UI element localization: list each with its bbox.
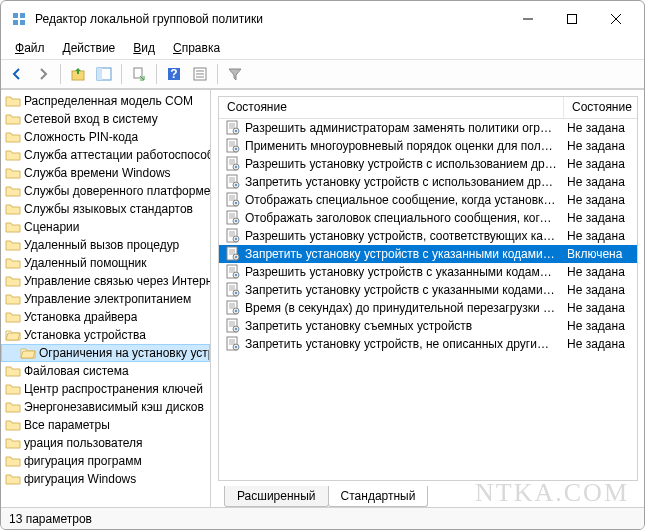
menu-help[interactable]: Справка	[165, 39, 228, 57]
list-row[interactable]: Разрешить установку устройств с указанны…	[219, 263, 637, 281]
tree-item[interactable]: Удаленный помощник	[1, 254, 210, 272]
svg-rect-47	[235, 202, 237, 204]
folder-icon	[5, 219, 21, 235]
policy-icon	[225, 264, 241, 280]
tree-item[interactable]: Управление электропитанием	[1, 290, 210, 308]
properties-button[interactable]	[188, 62, 212, 86]
column-name[interactable]: Состояние	[219, 97, 563, 118]
menubar: Файл Действие Вид Справка	[1, 37, 644, 59]
policy-icon	[225, 156, 241, 172]
tree-item[interactable]: Центр распространения ключей	[1, 380, 210, 398]
list-row[interactable]: Отображать заголовок специального сообще…	[219, 209, 637, 227]
tree-pane[interactable]: Распределенная модель COMСетевой вход в …	[1, 90, 211, 507]
tree-item[interactable]: Энергонезависимый кэш дисков	[1, 398, 210, 416]
folder-icon	[5, 417, 21, 433]
folder-icon	[5, 201, 21, 217]
tree-item[interactable]: Файловая система	[1, 362, 210, 380]
svg-rect-29	[235, 148, 237, 150]
tree-item[interactable]: Сетевой вход в систему	[1, 110, 210, 128]
help-button[interactable]: ?	[162, 62, 186, 86]
policy-state: Не задана	[563, 319, 637, 333]
folder-icon	[5, 363, 21, 379]
policy-state: Не задана	[563, 121, 637, 135]
menu-action[interactable]: Действие	[55, 39, 124, 57]
svg-rect-41	[235, 184, 237, 186]
tab-standard[interactable]: Стандартный	[328, 486, 429, 507]
svg-rect-2	[13, 20, 18, 25]
folder-icon	[5, 147, 21, 163]
policy-name: Запретить установку устройств, не описан…	[245, 337, 563, 351]
tree-item-label: Установка устройства	[24, 328, 146, 342]
minimize-button[interactable]	[506, 4, 550, 34]
back-button[interactable]	[5, 62, 29, 86]
menu-view[interactable]: Вид	[125, 39, 163, 57]
svg-rect-65	[235, 256, 237, 258]
tree-item[interactable]: Службы доверенного платформенного модуля	[1, 182, 210, 200]
folder-icon	[5, 471, 21, 487]
policy-state: Не задана	[563, 139, 637, 153]
window-title: Редактор локальной групповой политики	[35, 12, 506, 26]
tree-item[interactable]: Установка драйвера	[1, 308, 210, 326]
list-row[interactable]: Запретить установку устройств, не описан…	[219, 335, 637, 353]
folder-icon	[5, 381, 21, 397]
list-row[interactable]: Отображать специальное сообщение, когда …	[219, 191, 637, 209]
status-text: 13 параметров	[9, 512, 92, 526]
tree-item[interactable]: Распределенная модель COM	[1, 92, 210, 110]
policy-icon	[225, 192, 241, 208]
tree-item[interactable]: Управление связью через Интернет	[1, 272, 210, 290]
svg-rect-23	[235, 130, 237, 132]
tree-item[interactable]: Все параметры	[1, 416, 210, 434]
up-button[interactable]	[66, 62, 90, 86]
folder-icon	[5, 399, 21, 415]
filter-button[interactable]	[223, 62, 247, 86]
tree-item[interactable]: Удаленный вызов процедур	[1, 236, 210, 254]
policy-state: Не задана	[563, 175, 637, 189]
forward-button[interactable]	[31, 62, 55, 86]
close-button[interactable]	[594, 4, 638, 34]
tree-item[interactable]: Службы языковых стандартов	[1, 200, 210, 218]
column-state[interactable]: Состояние	[563, 97, 637, 118]
export-button[interactable]	[127, 62, 151, 86]
maximize-button[interactable]	[550, 4, 594, 34]
tree-item-label: урация пользователя	[24, 436, 143, 450]
list-row[interactable]: Применить многоуровневый порядок оценки …	[219, 137, 637, 155]
list-row[interactable]: Запретить установку устройств с указанны…	[219, 245, 637, 263]
folder-icon	[5, 291, 21, 307]
tree-item[interactable]: Ограничения на установку устройств	[1, 344, 210, 362]
tree-item[interactable]: Служба времени Windows	[1, 164, 210, 182]
tree-item[interactable]: фигурация программ	[1, 452, 210, 470]
list-row[interactable]: Запретить установку съемных устройствНе …	[219, 317, 637, 335]
tab-extended[interactable]: Расширенный	[224, 486, 329, 507]
tree-item[interactable]: Служба аттестации работоспособности	[1, 146, 210, 164]
tree-item-label: Сценарии	[24, 220, 79, 234]
svg-rect-35	[235, 166, 237, 168]
tree-item[interactable]: фигурация Windows	[1, 470, 210, 488]
show-tree-button[interactable]	[92, 62, 116, 86]
policy-state: Включена	[563, 247, 637, 261]
tree-item-label: фигурация Windows	[24, 472, 136, 486]
list-row[interactable]: Разрешить установку устройств с использо…	[219, 155, 637, 173]
policy-state: Не задана	[563, 337, 637, 351]
policy-icon	[225, 246, 241, 262]
toolbar: ?	[1, 59, 644, 89]
svg-text:?: ?	[170, 67, 177, 81]
folder-icon	[5, 183, 21, 199]
tree-item[interactable]: Установка устройства	[1, 326, 210, 344]
menu-file[interactable]: Файл	[7, 39, 53, 57]
list-row[interactable]: Запретить установку устройств с указанны…	[219, 281, 637, 299]
tree-item[interactable]: урация пользователя	[1, 434, 210, 452]
list-row[interactable]: Разрешить установку устройств, соответст…	[219, 227, 637, 245]
folder-icon	[5, 255, 21, 271]
policy-name: Разрешить администраторам заменять полит…	[245, 121, 563, 135]
tree-item[interactable]: Сценарии	[1, 218, 210, 236]
policy-name: Запретить установку устройств с указанны…	[245, 283, 563, 297]
policy-icon	[225, 228, 241, 244]
list-row[interactable]: Запретить установку устройств с использо…	[219, 173, 637, 191]
tree-item[interactable]: Сложность PIN-кода	[1, 128, 210, 146]
list-row[interactable]: Время (в секундах) до принудительной пер…	[219, 299, 637, 317]
list-body[interactable]: Разрешить администраторам заменять полит…	[219, 119, 637, 480]
policy-state: Не задана	[563, 193, 637, 207]
list-row[interactable]: Разрешить администраторам заменять полит…	[219, 119, 637, 137]
svg-rect-1	[20, 13, 25, 18]
svg-rect-5	[568, 15, 577, 24]
